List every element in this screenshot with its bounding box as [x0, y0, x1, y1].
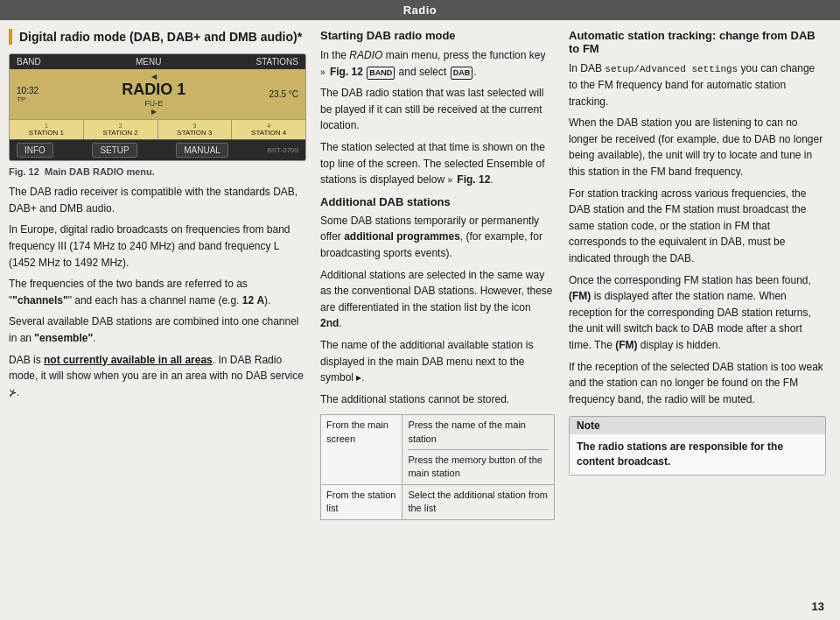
- left-column: Digital radio mode (DAB, DAB+ and DMB au…: [9, 29, 306, 609]
- radio-center-display: ◀ RADIO 1 FU-E ▶: [38, 73, 270, 116]
- table-cell-1-2a: Press the name of the main station: [408, 419, 549, 446]
- radio-main-display: 10:32 TP ◀ RADIO 1 FU-E ▶ 23.5 °C: [10, 69, 305, 119]
- section-title-box: Digital radio mode (DAB, DAB+ and DMB au…: [9, 29, 306, 45]
- radio-temp-value: 23.5 °C: [270, 89, 298, 99]
- station-item-4[interactable]: 4 STATION 4: [232, 120, 305, 139]
- right-section-title: Automatic station tracking: change from …: [569, 29, 826, 55]
- left-para-2: In Europe, digital radio broadcasts on f…: [9, 222, 306, 271]
- manual-button[interactable]: MANUAL: [176, 143, 228, 158]
- mid-body-text: In the RADIO main menu, press the functi…: [320, 47, 555, 188]
- table-cell-2-1: From the station list: [321, 484, 402, 519]
- mid-para-1: In the RADIO main menu, press the functi…: [320, 47, 555, 80]
- band-label: BAND: [17, 57, 41, 67]
- table-cell-1-1: From the main screen: [321, 415, 402, 485]
- mid-para-4: Some DAB stations temporarily or permane…: [320, 213, 555, 262]
- station-table: From the main screen Press the name of t…: [320, 414, 555, 519]
- middle-column: Starting DAB radio mode In the RADIO mai…: [320, 29, 555, 609]
- radio-time-tp: 10:32 TP: [17, 86, 38, 103]
- info-button[interactable]: INFO: [17, 143, 53, 158]
- radio-bottom-bar: INFO SETUP MANUAL BST-0709: [10, 139, 305, 160]
- section-title: Digital radio mode (DAB, DAB+ and DMB au…: [19, 29, 306, 45]
- header-title: Radio: [403, 4, 438, 17]
- radio-time: 10:32: [17, 86, 38, 95]
- radio-stations-row: 1 STATION 1 2 STATION 2 3 STATION 3 4 ST…: [10, 119, 305, 139]
- note-header: Note: [570, 417, 825, 434]
- page-number: 13: [812, 600, 824, 613]
- table-cell-1-2b: Press the memory button of the main stat…: [408, 449, 549, 481]
- page-wrapper: Radio Digital radio mode (DAB, DAB+ and …: [0, 0, 840, 620]
- menu-label: MENU: [136, 57, 161, 67]
- mid-para-6: The name of the additional available sta…: [320, 337, 555, 386]
- radio-station-name: RADIO 1: [38, 81, 270, 99]
- radio-temp: 23.5 °C: [270, 89, 298, 99]
- fig-desc: Main DAB RADIO menu.: [45, 166, 155, 177]
- note-content: The radio stations are responsible for t…: [570, 434, 825, 475]
- right-body-text: In DAB setup/Advanced settings you can c…: [569, 60, 826, 407]
- radio-ui-mockup: BAND MENU STATIONS 10:32 TP ◀ RADIO 1 FU…: [9, 53, 306, 161]
- right-para-3: For station tracking across various freq…: [569, 186, 826, 267]
- table-cell-2-2: Select the additional station from the l…: [402, 484, 555, 519]
- mid-section2-title: Additional DAB stations: [320, 195, 555, 208]
- right-para-1: In DAB setup/Advanced settings you can c…: [569, 60, 826, 109]
- right-para-4: Once the corresponding FM station has be…: [569, 272, 826, 354]
- right-para-2: When the DAB station you are listening t…: [569, 115, 826, 180]
- setup-button[interactable]: SETUP: [92, 143, 136, 158]
- table-row-1: From the main screen Press the name of t…: [321, 415, 555, 485]
- radio-top-bar: BAND MENU STATIONS: [10, 54, 305, 69]
- mid-body-text-2: Some DAB stations temporarily or permane…: [320, 213, 555, 408]
- mid-section-title: Starting DAB radio mode: [320, 29, 555, 42]
- header-bar: Radio: [0, 0, 840, 20]
- station-item-2[interactable]: 2 STATION 2: [84, 120, 158, 139]
- radio-sub: FU-E: [38, 99, 270, 108]
- station-item-1[interactable]: 1 STATION 1: [10, 120, 84, 139]
- mid-para-3: The station selected at that time is sho…: [320, 139, 555, 188]
- note-box: Note The radio stations are responsible …: [569, 416, 826, 476]
- tp-label: TP: [17, 95, 38, 103]
- right-para-5: If the reception of the selected DAB sta…: [569, 359, 826, 408]
- note-text: The radio stations are responsible for t…: [577, 440, 783, 468]
- fig-number: Fig. 12: [9, 166, 39, 177]
- left-para-3: The frequencies of the two bands are ref…: [9, 276, 306, 308]
- table-cell-1-2: Press the name of the main station Press…: [402, 415, 555, 485]
- mid-para-2: The DAB radio station that was last sele…: [320, 85, 555, 134]
- left-para-4: Several available DAB stations are combi…: [9, 314, 306, 346]
- left-body-text: The DAB radio receiver is compatible wit…: [9, 184, 306, 400]
- bst-code: BST-0709: [267, 146, 298, 154]
- left-para-1: The DAB radio receiver is compatible wit…: [9, 184, 306, 216]
- left-para-5: DAB is not currently available in all ar…: [9, 352, 306, 401]
- fig-label: Fig. 12 Main DAB RADIO menu.: [9, 166, 306, 177]
- table-row-2: From the station list Select the additio…: [321, 484, 555, 519]
- station-item-3[interactable]: 3 STATION 3: [158, 120, 233, 139]
- content-area: Digital radio mode (DAB, DAB+ and DMB au…: [0, 20, 840, 617]
- mid-para-7: The additional stations cannot be stored…: [320, 391, 555, 408]
- mid-para-5: Additional stations are selected in the …: [320, 267, 555, 332]
- right-column: Automatic station tracking: change from …: [569, 29, 826, 609]
- stations-label: STATIONS: [256, 57, 298, 67]
